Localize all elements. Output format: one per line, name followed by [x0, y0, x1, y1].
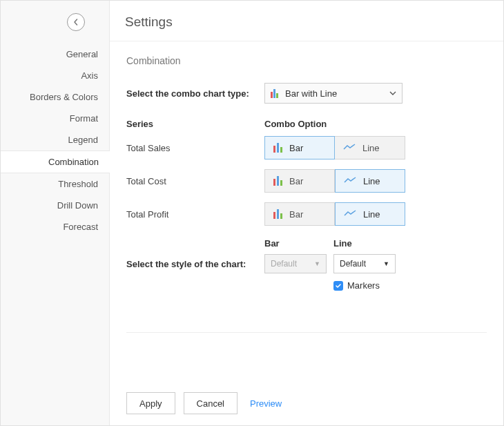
triangle-down-icon: ▼ [383, 260, 389, 267]
preview-link[interactable]: Preview [246, 398, 286, 409]
sidebar-item-threshold[interactable]: Threshold [1, 173, 109, 195]
option-bar[interactable]: Bar [264, 136, 335, 159]
markers-checkbox[interactable]: Markers [333, 280, 380, 291]
option-line[interactable]: Line [335, 169, 405, 193]
back-button[interactable] [67, 13, 85, 31]
sidebar-item-borders-colors[interactable]: Borders & Colors [1, 86, 109, 108]
settings-window: General Axis Borders & Colors Format Leg… [0, 0, 504, 426]
cancel-button[interactable]: Cancel [184, 392, 238, 414]
divider [126, 332, 487, 333]
page-title: Settings [110, 1, 503, 41]
series-name: Total Profit [126, 209, 264, 220]
bar-with-line-icon [271, 88, 278, 98]
style-row: Select the style of the chart: Default ▼… [126, 254, 487, 273]
line-icon [344, 209, 356, 220]
bar-icon [273, 143, 282, 153]
apply-button[interactable]: Apply [126, 392, 175, 414]
series-row-total-profit: Total Profit Bar Line [126, 202, 487, 226]
markers-label: Markers [347, 280, 380, 291]
main-panel: Settings Combination Select the combo ch… [110, 1, 503, 425]
sidebar: General Axis Borders & Colors Format Leg… [1, 1, 110, 425]
footer: Apply Cancel Preview [110, 381, 503, 425]
content: Combination Select the combo chart type:… [110, 41, 503, 381]
sidebar-item-forecast[interactable]: Forecast [1, 216, 109, 238]
line-icon [344, 176, 356, 186]
sidebar-nav: General Axis Borders & Colors Format Leg… [1, 43, 109, 238]
combo-type-dropdown[interactable]: Bar with Line [264, 83, 403, 104]
combo-type-label: Select the combo chart type: [126, 88, 264, 99]
style-bar-header: Bar [264, 238, 333, 249]
markers-row: Markers [126, 280, 487, 291]
combo-option-header: Combo Option [264, 119, 327, 129]
chevron-left-icon [72, 19, 79, 26]
series-name: Total Cost [126, 176, 264, 186]
checkbox-checked-icon [333, 281, 343, 291]
combo-type-value: Bar with Line [285, 88, 337, 99]
sidebar-item-format[interactable]: Format [1, 108, 109, 129]
bar-icon [273, 176, 282, 186]
option-line[interactable]: Line [335, 202, 405, 226]
columns-header: Series Combo Option [126, 119, 487, 129]
combo-option-toggle: Bar Line [264, 202, 405, 226]
line-style-select[interactable]: Default ▼ [333, 254, 396, 273]
combo-type-row: Select the combo chart type: Bar with Li… [126, 83, 487, 104]
series-name: Total Sales [126, 143, 264, 153]
style-label: Select the style of the chart: [126, 259, 264, 269]
sidebar-item-axis[interactable]: Axis [1, 65, 109, 86]
combo-option-toggle: Bar Line [264, 169, 405, 193]
style-line-header: Line [333, 238, 403, 249]
sidebar-item-legend[interactable]: Legend [1, 129, 109, 151]
bar-icon [273, 209, 282, 219]
sidebar-item-general[interactable]: General [1, 43, 109, 65]
series-row-total-sales: Total Sales Bar Line [126, 136, 487, 159]
line-icon [343, 143, 356, 153]
sidebar-item-drill-down[interactable]: Drill Down [1, 195, 109, 216]
series-header: Series [126, 119, 264, 129]
bar-style-select: Default ▼ [264, 254, 327, 273]
option-bar[interactable]: Bar [264, 202, 335, 226]
sidebar-item-combination[interactable]: Combination [1, 151, 110, 173]
series-row-total-cost: Total Cost Bar Line [126, 169, 487, 193]
style-columns-header: Bar Line [126, 238, 487, 249]
section-title: Combination [126, 55, 487, 66]
combo-option-toggle: Bar Line [264, 136, 405, 159]
option-line[interactable]: Line [335, 136, 405, 159]
chevron-down-icon [389, 88, 396, 99]
triangle-down-icon: ▼ [314, 260, 320, 267]
option-bar[interactable]: Bar [264, 169, 335, 193]
